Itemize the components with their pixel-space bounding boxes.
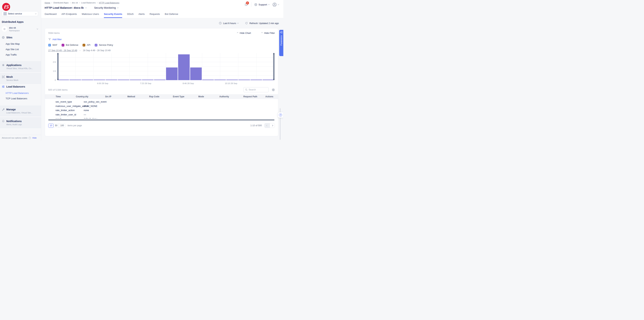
svg-text:10:10 28 Sep: 10:10 28 Sep (225, 82, 237, 85)
tab-security-events[interactable]: Security Events (104, 13, 122, 18)
sidebar-item-sites[interactable]: Sites (0, 36, 41, 39)
mesh-title: Mesh (6, 75, 13, 78)
refresh-icon (245, 22, 248, 25)
table-header: Time Country,city Src IP Method Rsp Code… (45, 94, 278, 99)
previous-page-button[interactable] (264, 123, 270, 128)
breadcrumb-separator: › (97, 2, 98, 4)
forensics-label: Forensics (280, 35, 282, 46)
namespace-selector[interactable]: D doc-vk Namespace (2, 25, 40, 33)
tab-api-endpoints[interactable]: API Endpoints (62, 13, 77, 18)
notifications-bell-button[interactable]: 5 (244, 2, 248, 7)
sidebar-item-http-load-balancers[interactable]: HTTP Load Balancers (6, 92, 41, 94)
table-row[interactable]: rate_limiter_action none (48, 108, 275, 113)
hide-chart-toggle[interactable]: Hide Chart (237, 32, 251, 34)
filter-checkbox[interactable]: ✓ (82, 44, 85, 47)
tab-requests[interactable]: Requests (150, 13, 160, 18)
filter-waf[interactable]: ✓ WAF (48, 44, 57, 47)
filter-checkbox[interactable]: ✓ (48, 44, 51, 47)
f5-logo[interactable]: f5 (2, 3, 10, 11)
tab-bot-defense[interactable]: Bot Defense (165, 13, 178, 18)
events-chart[interactable]: 2 K1 K06:00 28 Sep7:23 28 Sep8:46 28 Sep… (48, 53, 275, 85)
header-actions: 5 Support (244, 2, 279, 7)
add-filter-button[interactable]: Add filter (48, 38, 275, 41)
tab-dashboard[interactable]: Dashboard (45, 13, 56, 18)
time-range-dropdown[interactable]: Last 6 hours (219, 22, 239, 25)
sidebar-item-manage[interactable]: Manage Load Balancers, Virtual Site... (0, 106, 41, 116)
column-request-path[interactable]: Request Path (237, 95, 264, 98)
filter-api[interactable]: ✓ API (82, 44, 90, 47)
sidebar-item-applications[interactable]: Applications Virtual Sites, Virtual K8s,… (0, 61, 41, 72)
page-size-50[interactable]: 50 (54, 124, 59, 128)
refresh-button[interactable]: Refresh: Updated 2 min ago (245, 22, 279, 25)
table-row[interactable]: rate_limiter_user_id — (48, 113, 275, 117)
table-settings-button[interactable] (272, 88, 275, 91)
breadcrumb-separator: › (52, 2, 52, 4)
panel-expand-icon (280, 31, 282, 34)
date-range-full[interactable]: 27 Sep 10:49 - 28 Sep 10:49 (48, 49, 77, 52)
column-actions[interactable]: Actions (264, 95, 275, 98)
notifications-title: Notifications (6, 120, 22, 123)
hide-filter-toggle[interactable]: Hide Filter (262, 32, 275, 34)
breadcrumb-http-load-balancers[interactable]: HTTP Load Balancers (99, 2, 119, 4)
support-menu[interactable]: Support (254, 3, 270, 6)
row-key: result (48, 117, 84, 119)
page-size-10[interactable]: 10 (48, 124, 54, 128)
sidebar-item-notifications[interactable]: Notifications Alerts, Audit Logs (0, 117, 41, 128)
namespace-name: doc-vk (9, 27, 35, 29)
page-size-100[interactable]: 100 (59, 124, 66, 128)
column-src-ip[interactable]: Src IP (96, 95, 120, 98)
breadcrumb-load-balancers[interactable]: Load Balancers (81, 2, 96, 4)
sidebar-item-app-site-map[interactable]: App Site Map (6, 43, 41, 45)
view-selector[interactable]: Security Monitoring (94, 6, 118, 9)
sidebar-item-tcp-load-balancers[interactable]: TCP Load Balancers (6, 97, 41, 100)
select-service-dropdown[interactable]: Select service (2, 11, 38, 16)
tab-ddos[interactable]: DDoS (127, 13, 134, 18)
svg-text:6:00 28 Sep: 6:00 28 Sep (97, 82, 108, 85)
column-mode[interactable]: Mode (191, 95, 212, 98)
tab-alerts[interactable]: Alerts (138, 13, 145, 18)
manage-title: Manage (6, 108, 16, 111)
column-time[interactable]: Time (48, 95, 68, 98)
account-menu[interactable] (272, 2, 279, 7)
services-grid-icon (4, 12, 6, 15)
filter-checkbox[interactable]: ✓ (95, 44, 98, 47)
table-body: sec_event_type svc_policy_sec_event mali… (48, 100, 275, 119)
hide-advanced-nav-link[interactable]: Hide (32, 137, 37, 139)
table-row[interactable]: malicious_user_mitigate_action MUM_NONE (48, 104, 275, 108)
help-circle-icon[interactable]: ? (28, 137, 31, 139)
sidebar-item-mesh[interactable]: Mesh Service Mesh (0, 73, 41, 84)
column-authority[interactable]: Authority (212, 95, 237, 98)
help-button[interactable]: ? (278, 112, 283, 118)
column-event-type[interactable]: Event Type (166, 95, 191, 98)
search-input[interactable] (249, 89, 267, 91)
chevron-up-icon (261, 32, 263, 34)
breadcrumb-distributed-apps[interactable]: Distributed Apps (54, 2, 69, 4)
chevron-down-icon (237, 22, 239, 24)
security-events-panel: 5584 items Hide Chart Hide Filter Ad (45, 28, 278, 136)
filter-bot-defense[interactable]: ✓ Bot Defense (62, 44, 78, 47)
tab-malicious-users[interactable]: Malicious Users (82, 13, 99, 18)
sidebar-item-app-traffic[interactable]: App Traffic (6, 53, 41, 56)
row-key: sec_event_type (48, 100, 84, 103)
next-page-button[interactable] (270, 123, 275, 128)
forensics-tab[interactable]: Forensics (279, 30, 283, 56)
horizontal-scrollbar[interactable] (48, 119, 274, 121)
filter-service-policy[interactable]: ✓ Service Policy (95, 44, 113, 47)
advanced-nav-note: Advanced nav options visible (2, 137, 28, 139)
sidebar-item-app-site-list[interactable]: App Site List (6, 48, 41, 51)
chevron-up-icon (237, 32, 238, 34)
chevron-down-icon[interactable] (85, 7, 87, 8)
column-rsp-code[interactable]: Rsp Code (142, 95, 166, 98)
table-row[interactable]: sec_event_type svc_policy_sec_event (48, 100, 275, 104)
select-service-label: Select service (8, 13, 34, 15)
sidebar-item-load-balancers[interactable]: Load Balancers (0, 85, 41, 88)
breadcrumb-home[interactable]: Home (45, 2, 50, 4)
table-row[interactable]: result default_deny (48, 117, 275, 119)
breadcrumb-namespace[interactable]: doc-vk (72, 2, 78, 4)
applications-title: Applications (6, 64, 22, 67)
breadcrumb-separator: › (70, 2, 70, 4)
svg-text:8:46 28 Sep: 8:46 28 Sep (183, 82, 194, 85)
filter-checkbox[interactable]: ✓ (62, 44, 64, 47)
column-country-city[interactable]: Country,city (68, 95, 96, 98)
column-method[interactable]: Method (120, 95, 142, 98)
